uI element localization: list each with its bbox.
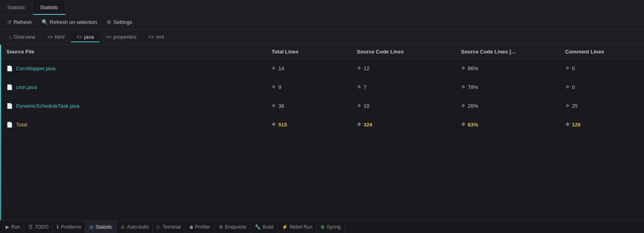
terminal-label: Terminal bbox=[162, 224, 180, 230]
status-bar: ▶ Run ☰ TODO ℹ Problems ◎ Statistic ⚠ Au… bbox=[0, 220, 644, 233]
total-label: Total: bbox=[16, 122, 28, 128]
file-name: CornMapper.java bbox=[16, 65, 55, 71]
auto-build-icon: ⚠ bbox=[121, 224, 125, 230]
java-code-icon: <> bbox=[77, 34, 82, 40]
total-lines-value: 14 bbox=[278, 65, 284, 71]
tab-overview[interactable]: ⌂ Overview bbox=[3, 32, 41, 42]
total-lines-cell: ❖ 38 bbox=[265, 97, 350, 115]
top-tab-statistic-2[interactable]: Statistic bbox=[33, 0, 66, 15]
metric-icon: ❖ bbox=[461, 103, 466, 109]
endpoints-label: Endpoints bbox=[225, 224, 246, 230]
source-code-percent-cell: ❖ 78% bbox=[455, 78, 559, 97]
metric-icon: ❖ bbox=[357, 103, 361, 109]
status-build[interactable]: 🔧 Build bbox=[251, 221, 278, 233]
file-icon: 📄 bbox=[6, 65, 13, 71]
profiler-icon: ◉ bbox=[189, 224, 193, 230]
status-todo[interactable]: ☰ TODO bbox=[24, 221, 53, 233]
file-icon: 📄 bbox=[6, 84, 13, 90]
tab-properties[interactable]: <> properties bbox=[100, 32, 142, 42]
comment-lines-cell: ❖ 0 bbox=[559, 78, 644, 97]
tab-properties-label: properties bbox=[113, 34, 137, 40]
total-file-icon: 📄 bbox=[6, 122, 13, 128]
statistic-icon: ◎ bbox=[89, 224, 93, 230]
source-code-lines-cell: ❖ 10 bbox=[351, 97, 455, 115]
metric-icon: ❖ bbox=[271, 84, 276, 90]
status-profiler[interactable]: ◉ Profiler bbox=[185, 221, 215, 233]
metric-icon: ❖ bbox=[357, 122, 361, 127]
total-lines-cell: ❖ 14 bbox=[265, 59, 350, 78]
comment-lines-value: 25 bbox=[572, 103, 578, 109]
build-label: Build bbox=[263, 224, 273, 230]
overview-icon: ⌂ bbox=[9, 34, 12, 40]
total-lines-value: 38 bbox=[278, 103, 284, 109]
refresh-button[interactable]: ↺ Refresh bbox=[3, 18, 36, 27]
file-icon: 📄 bbox=[6, 103, 13, 109]
settings-button[interactable]: ⚙ Settings bbox=[103, 18, 136, 27]
table-row[interactable]: 📄 CornMapper.java ❖ 14 ❖ 12 bbox=[0, 59, 644, 78]
spring-icon: ✿ bbox=[321, 224, 325, 230]
metric-icon: ❖ bbox=[565, 122, 570, 127]
col-source-code-lines-percent: Source Code Lines [... bbox=[455, 45, 559, 59]
problems-icon: ℹ bbox=[57, 224, 59, 230]
tab-java[interactable]: <> java bbox=[71, 32, 99, 42]
file-name: DynamicScheduleTask.java bbox=[16, 103, 79, 109]
build-icon: 🔧 bbox=[255, 224, 261, 230]
top-tab-label-2: Statistic bbox=[40, 4, 59, 10]
total-label-cell: 📄 Total: bbox=[0, 115, 265, 134]
metric-icon: ❖ bbox=[271, 122, 276, 127]
terminal-icon: ▷ bbox=[157, 224, 161, 230]
source-code-lines-value: 10 bbox=[364, 103, 369, 109]
status-problems[interactable]: ℹ Problems bbox=[53, 221, 85, 233]
todo-icon: ☰ bbox=[28, 224, 33, 230]
metric-icon: ❖ bbox=[271, 65, 276, 71]
total-lines-cell: ❖ 9 bbox=[265, 78, 350, 97]
table-row[interactable]: 📄 cron.java ❖ 9 ❖ 7 bbox=[0, 78, 644, 97]
status-rebel-run[interactable]: ⚡ Rebel Run bbox=[278, 221, 317, 233]
source-code-percent-cell: ❖ 26% bbox=[455, 97, 559, 115]
refresh-label: Refresh bbox=[14, 19, 32, 25]
total-comment-lines: 126 bbox=[572, 122, 581, 128]
metric-icon: ❖ bbox=[357, 65, 361, 71]
status-terminal[interactable]: ▷ Terminal bbox=[153, 221, 185, 233]
total-row: 📄 Total: ❖ 515 ❖ 324 bbox=[0, 115, 644, 134]
metric-icon: ❖ bbox=[461, 84, 466, 90]
source-code-percent-value: 86% bbox=[468, 65, 478, 71]
settings-icon: ⚙ bbox=[107, 19, 111, 25]
toolbar: ↺ Refresh 🔍 Refresh on selection ⚙ Setti… bbox=[0, 15, 644, 30]
col-comment-lines: Comment Lines bbox=[559, 45, 644, 59]
col-source-code-lines: Source Code Lines bbox=[351, 45, 455, 59]
comment-lines-cell: ❖ 25 bbox=[559, 97, 644, 115]
tab-html[interactable]: <> html bbox=[42, 32, 70, 42]
table-header-row: Source File Total Lines Source Code Line… bbox=[0, 45, 644, 59]
metric-icon: ❖ bbox=[565, 103, 570, 109]
top-tab-statistic-1[interactable]: Statistic bbox=[0, 0, 33, 15]
metric-icon: ❖ bbox=[461, 65, 466, 71]
total-lines-value: 9 bbox=[278, 84, 281, 90]
tab-html-label: html bbox=[55, 34, 65, 40]
metric-icon: ❖ bbox=[565, 65, 570, 71]
properties-code-icon: <> bbox=[106, 34, 111, 40]
status-run[interactable]: ▶ Run bbox=[2, 221, 24, 233]
refresh-on-selection-button[interactable]: 🔍 Refresh on selection bbox=[38, 18, 101, 27]
source-code-lines-cell: ❖ 12 bbox=[351, 59, 455, 78]
left-accent-bar bbox=[0, 45, 1, 220]
status-auto-build[interactable]: ⚠ Auto-build bbox=[117, 221, 153, 233]
status-spring[interactable]: ✿ Spring bbox=[317, 221, 345, 233]
total-total-lines: 515 bbox=[278, 122, 287, 128]
comment-lines-value: 0 bbox=[572, 84, 575, 90]
metric-icon: ❖ bbox=[461, 122, 466, 127]
refresh-on-selection-label: Refresh on selection bbox=[50, 19, 97, 25]
tab-xml[interactable]: <> xml bbox=[143, 32, 170, 42]
run-icon: ▶ bbox=[6, 224, 9, 230]
file-name: cron.java bbox=[16, 84, 37, 90]
table-row[interactable]: 📄 DynamicScheduleTask.java ❖ 38 ❖ 10 bbox=[0, 97, 644, 115]
profiler-label: Profiler bbox=[195, 224, 210, 230]
source-code-lines-value: 7 bbox=[364, 84, 367, 90]
file-name-cell: 📄 cron.java bbox=[0, 78, 265, 96]
auto-build-label: Auto-build bbox=[127, 224, 149, 230]
source-code-percent-value: 26% bbox=[468, 103, 478, 109]
status-endpoints[interactable]: ⚙ Endpoints bbox=[215, 221, 251, 233]
source-code-percent-cell: ❖ 86% bbox=[455, 59, 559, 78]
status-statistic[interactable]: ◎ Statistic bbox=[85, 221, 117, 233]
total-source-code-percent-cell: ❖ 63% bbox=[455, 115, 559, 134]
